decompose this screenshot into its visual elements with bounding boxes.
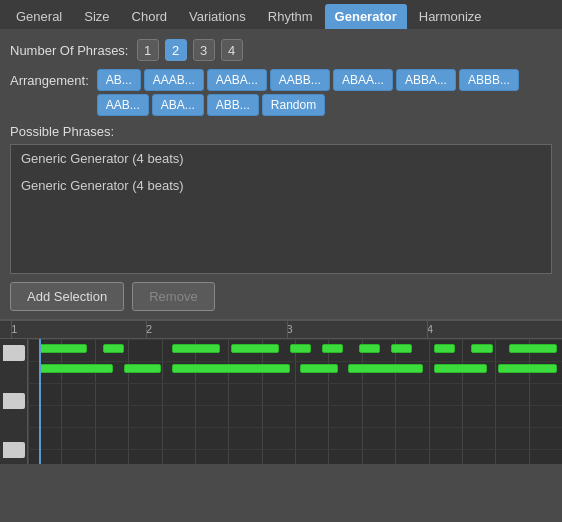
piano-key-2	[0, 367, 27, 387]
note-row0-3	[231, 344, 279, 353]
possible-phrases-section: Possible Phrases: Generic Generator (4 b…	[10, 124, 552, 274]
note-row0-4	[290, 344, 311, 353]
grid-h-row-3	[28, 405, 562, 406]
arrangement-row: Arrangement: AB...AAAB...AABA...AABB...A…	[10, 69, 552, 116]
ruler-line-2	[146, 321, 147, 338]
piano-key-5	[0, 440, 27, 460]
arrangement-btn-aaab[interactable]: AAAB...	[144, 69, 204, 91]
arrangement-buttons: AB...AAAB...AABA...AABB...ABAA...ABBA...…	[97, 69, 552, 116]
note-row0-9	[471, 344, 492, 353]
arrangement-btn-abbb[interactable]: ABBB...	[459, 69, 519, 91]
arrangement-btn-aaba[interactable]: AABA...	[207, 69, 267, 91]
grid-h-row-1	[28, 361, 562, 362]
phrases-list[interactable]: Generic Generator (4 beats)Generic Gener…	[10, 144, 552, 274]
grid-v-line-1	[61, 339, 62, 464]
grid-h-row-5	[28, 449, 562, 450]
number-of-phrases-label: Number Of Phrases:	[10, 43, 129, 58]
note-row1-2	[172, 364, 289, 373]
grid-v-line-11	[395, 339, 396, 464]
ruler-line-3	[287, 321, 288, 338]
note-row0-1	[103, 344, 124, 353]
grid-v-line-13	[462, 339, 463, 464]
arrangement-btn-ab[interactable]: AB...	[97, 69, 141, 91]
note-row1-1	[124, 364, 161, 373]
arrangement-btn-aab[interactable]: AAB...	[97, 94, 149, 116]
phrase-number-2[interactable]: 2	[165, 39, 187, 61]
note-row1-3	[300, 364, 337, 373]
grid-v-line-10	[362, 339, 363, 464]
add-selection-button[interactable]: Add Selection	[10, 282, 124, 311]
grid-v-line-5	[195, 339, 196, 464]
seq-ruler: 1234	[0, 321, 562, 339]
action-row: Add Selection Remove	[10, 282, 552, 311]
nav-tab-harmonize[interactable]: Harmonize	[409, 4, 492, 29]
phrase-number-3[interactable]: 3	[193, 39, 215, 61]
nav-tab-generator[interactable]: Generator	[325, 4, 407, 29]
possible-phrases-label: Possible Phrases:	[10, 124, 552, 139]
note-row0-5	[322, 344, 343, 353]
grid-v-line-3	[128, 339, 129, 464]
grid-v-line-15	[529, 339, 530, 464]
note-row1-0	[39, 364, 114, 373]
phrase-number-4[interactable]: 4	[221, 39, 243, 61]
number-of-phrases-row: Number Of Phrases: 1234	[10, 39, 552, 61]
phrase-number-buttons: 1234	[137, 39, 246, 61]
arrangement-label: Arrangement:	[10, 69, 89, 88]
nav-tab-rhythm[interactable]: Rhythm	[258, 4, 323, 29]
arrangement-btn-aabb[interactable]: AABB...	[270, 69, 330, 91]
note-row0-2	[172, 344, 220, 353]
arrangement-btn-random[interactable]: Random	[262, 94, 325, 116]
nav-tab-size[interactable]: Size	[74, 4, 119, 29]
main-content: Number Of Phrases: 1234 Arrangement: AB.…	[0, 29, 562, 311]
seq-body	[0, 339, 562, 464]
arrangement-btn-abba[interactable]: ABBA...	[396, 69, 456, 91]
remove-button[interactable]: Remove	[132, 282, 214, 311]
piano-keys	[0, 339, 28, 464]
grid-v-line-7	[262, 339, 263, 464]
note-row0-0	[39, 344, 87, 353]
nav-tab-variations[interactable]: Variations	[179, 4, 256, 29]
grid-v-line-14	[495, 339, 496, 464]
grid-h-row-2	[28, 383, 562, 384]
sequencer: 1234	[0, 319, 562, 464]
arrangement-btn-aba[interactable]: ABA...	[152, 94, 204, 116]
grid-h-row-4	[28, 427, 562, 428]
note-row1-5	[434, 364, 487, 373]
playhead	[39, 339, 41, 464]
nav-tab-chord[interactable]: Chord	[122, 4, 177, 29]
ruler-line-4	[427, 321, 428, 338]
arrangement-btn-abb[interactable]: ABB...	[207, 94, 259, 116]
note-row0-10	[509, 344, 557, 353]
note-row0-6	[359, 344, 380, 353]
note-row0-8	[434, 344, 455, 353]
grid-v-line-2	[95, 339, 96, 464]
grid-v-line-0	[28, 339, 29, 464]
grid-v-line-6	[228, 339, 229, 464]
phrase-item-1[interactable]: Generic Generator (4 beats)	[11, 172, 551, 199]
note-row1-4	[348, 364, 423, 373]
grid-v-line-9	[328, 339, 329, 464]
arrangement-btn-abaa[interactable]: ABAA...	[333, 69, 393, 91]
nav-tab-general[interactable]: General	[6, 4, 72, 29]
phrase-item-0[interactable]: Generic Generator (4 beats)	[11, 145, 551, 172]
ruler-line-1	[11, 321, 12, 338]
nav-tabs: GeneralSizeChordVariationsRhythmGenerato…	[0, 0, 562, 29]
grid-v-line-12	[429, 339, 430, 464]
seq-grid	[28, 339, 562, 464]
piano-key-1	[0, 343, 27, 363]
grid-v-line-8	[295, 339, 296, 464]
piano-key-4	[0, 416, 27, 436]
note-row1-6	[498, 364, 557, 373]
note-row0-7	[391, 344, 412, 353]
grid-v-line-4	[162, 339, 163, 464]
grid-h-row-0	[28, 339, 562, 340]
phrase-number-1[interactable]: 1	[137, 39, 159, 61]
piano-key-3	[0, 391, 27, 411]
